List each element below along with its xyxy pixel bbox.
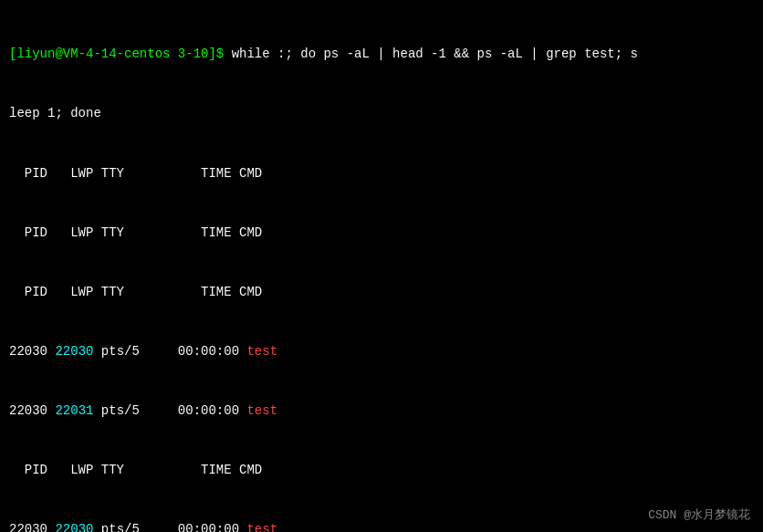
command-text: while :; do ps -aL |	[224, 47, 392, 61]
header-row-3: PID LWP TTY TIME CMD	[9, 283, 754, 303]
terminal-output: [liyun@VM-4-14-centos 3-10]$ while :; do…	[0, 0, 763, 532]
prompt-text: [liyun@VM-4-14-centos 3-10]$	[9, 47, 224, 61]
data-row-2: 22030 22031 pts/5 00:00:00 test	[9, 402, 754, 422]
command-rest: -1 && ps -aL | grep test; s	[423, 47, 638, 61]
header-row-2: PID LWP TTY TIME CMD	[9, 224, 754, 244]
watermark: CSDN @水月梦镜花	[648, 506, 750, 523]
data-row-1: 22030 22030 pts/5 00:00:00 test	[9, 342, 754, 362]
header-row-4: PID LWP TTY TIME CMD	[9, 461, 754, 481]
prompt-line: [liyun@VM-4-14-centos 3-10]$ while :; do…	[9, 45, 754, 65]
command-cont: leep 1; done	[9, 104, 754, 124]
data-row-3: 22030 22030 pts/5 00:00:00 test	[9, 520, 754, 532]
header-row-1: PID LWP TTY TIME CMD	[9, 164, 754, 184]
head-keyword: head	[392, 47, 423, 61]
